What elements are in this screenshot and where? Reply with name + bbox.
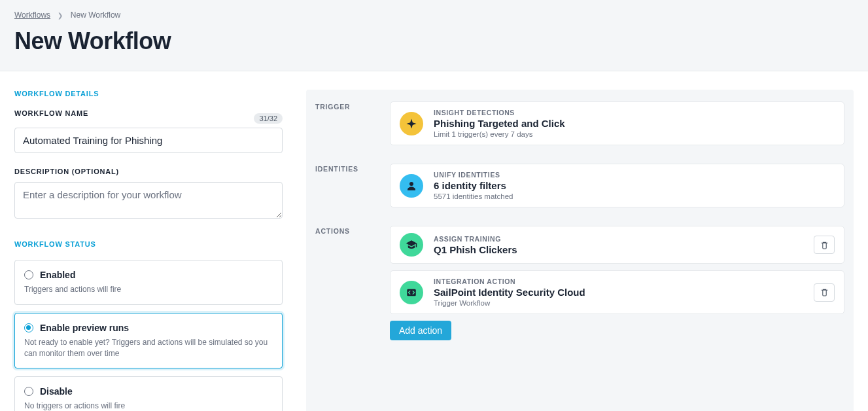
action-card-integration[interactable]: INTEGRATION ACTION SailPoint Identity Se… <box>390 270 844 314</box>
workflow-desc-input[interactable] <box>14 182 283 219</box>
card-title: Q1 Phish Clickers <box>434 244 803 255</box>
sparkle-icon <box>400 112 423 135</box>
workflow-status-label: WORKFLOW STATUS <box>14 240 283 248</box>
trash-icon <box>820 288 829 296</box>
trigger-row: TRIGGER INSIGHT DETECTIONS Phishing Targ… <box>315 101 844 152</box>
status-option-title: Enable preview runs <box>40 323 129 333</box>
status-option-title: Enabled <box>40 270 75 280</box>
status-option-desc: Triggers and actions will fire <box>24 284 273 295</box>
page-title: New Workflow <box>14 27 854 55</box>
identities-row: IDENTITIES UNIFY IDENTITIES 6 identity f… <box>315 164 844 214</box>
radio-icon <box>24 270 33 279</box>
status-option-preview[interactable]: Enable preview runs Not ready to enable … <box>14 313 283 369</box>
workflow-desc-field: DESCRIPTION (OPTIONAL) <box>14 168 283 221</box>
card-eyebrow: UNIFY IDENTITIES <box>434 171 835 179</box>
breadcrumb-root-link[interactable]: Workflows <box>14 10 50 20</box>
code-icon <box>400 281 423 304</box>
card-eyebrow: ASSIGN TRAINING <box>434 235 803 243</box>
card-title: Phishing Targeted and Click <box>434 118 835 129</box>
card-sub: Trigger Workflow <box>434 299 803 307</box>
identities-card[interactable]: UNIFY IDENTITIES 6 identity filters 5571… <box>390 164 844 207</box>
page-header: Workflows ❯ New Workflow New Workflow <box>0 0 868 71</box>
workflow-desc-label: DESCRIPTION (OPTIONAL) <box>14 168 283 175</box>
action-card-training[interactable]: ASSIGN TRAINING Q1 Phish Clickers <box>390 226 844 264</box>
card-eyebrow: INTEGRATION ACTION <box>434 277 803 285</box>
breadcrumb: Workflows ❯ New Workflow <box>14 10 854 20</box>
radio-icon <box>24 323 33 332</box>
left-panel: WORKFLOW DETAILS WORKFLOW NAME 31/32 DES… <box>14 90 283 411</box>
chevron-right-icon: ❯ <box>58 12 63 19</box>
actions-row-label: ACTIONS <box>315 226 377 235</box>
workflow-name-field: WORKFLOW NAME 31/32 <box>14 109 283 153</box>
identities-row-label: IDENTITIES <box>315 164 377 173</box>
card-title: SailPoint Identity Security Cloud <box>434 287 803 298</box>
workflow-canvas: TRIGGER INSIGHT DETECTIONS Phishing Targ… <box>306 90 854 411</box>
trigger-card[interactable]: INSIGHT DETECTIONS Phishing Targeted and… <box>390 101 844 145</box>
status-option-disable[interactable]: Disable No triggers or actions will fire <box>14 376 283 411</box>
add-action-button[interactable]: Add action <box>390 321 451 340</box>
workflow-name-label: WORKFLOW NAME <box>14 109 88 117</box>
delete-action-button[interactable] <box>814 283 835 302</box>
workflow-status-section: WORKFLOW STATUS Enabled Triggers and act… <box>14 240 283 411</box>
svg-point-0 <box>409 182 413 186</box>
card-sub: Limit 1 trigger(s) every 7 days <box>434 130 835 138</box>
card-eyebrow: INSIGHT DETECTIONS <box>434 109 835 116</box>
status-option-enabled[interactable]: Enabled Triggers and actions will fire <box>14 260 283 305</box>
card-sub: 5571 identities matched <box>434 192 835 200</box>
status-option-desc: No triggers or actions will fire <box>24 401 273 411</box>
actions-row: ACTIONS ASSIGN TRAINING Q1 Phish Clicker… <box>315 226 844 340</box>
card-title: 6 identity filters <box>434 180 835 191</box>
status-option-desc: Not ready to enable yet? Triggers and ac… <box>24 337 273 359</box>
workflow-details-label: WORKFLOW DETAILS <box>14 90 283 98</box>
user-icon <box>400 174 423 198</box>
char-count-badge: 31/32 <box>254 113 283 124</box>
workflow-name-input[interactable] <box>14 128 283 153</box>
breadcrumb-current: New Workflow <box>71 10 120 20</box>
status-option-title: Disable <box>40 386 73 397</box>
graduation-cap-icon <box>400 233 423 257</box>
trigger-row-label: TRIGGER <box>315 101 377 111</box>
radio-icon <box>24 387 33 396</box>
delete-action-button[interactable] <box>814 236 835 254</box>
trash-icon <box>820 241 829 249</box>
